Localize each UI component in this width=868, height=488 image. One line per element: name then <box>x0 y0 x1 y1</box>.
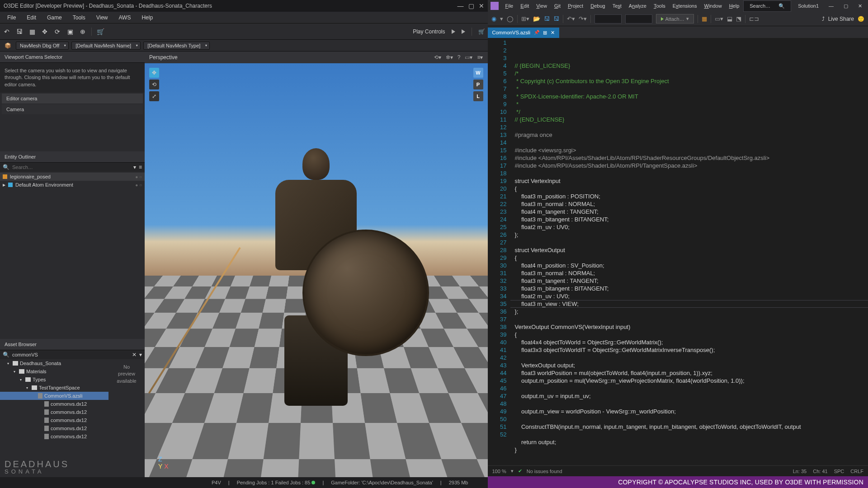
attach-button[interactable]: Attach…▾ <box>656 14 694 23</box>
platform-dropdown[interactable] <box>625 14 652 23</box>
menu-tools[interactable]: Tools <box>68 13 90 23</box>
undo-icon[interactable]: ↶▾ <box>567 15 575 22</box>
cart2-icon[interactable]: 🛒 <box>478 28 485 35</box>
pin-icon[interactable]: 📌 <box>534 30 539 36</box>
save-icon[interactable]: 🖫 <box>15 28 24 36</box>
gear-icon[interactable]: ✲▾ <box>446 54 453 61</box>
redo-icon[interactable]: ↷▾ <box>579 15 587 22</box>
vs-maximize-icon[interactable]: ▢ <box>840 2 851 10</box>
asset-browser-tab[interactable]: Asset Browser <box>0 339 145 350</box>
close-icon[interactable]: ✕ <box>479 2 484 9</box>
navmesh-dbg-dropdown[interactable]: NavMesh Dbg Off <box>16 42 69 50</box>
rotate-toggle[interactable]: ⟲ <box>149 80 159 89</box>
menu-help[interactable]: Help <box>137 13 157 23</box>
tb-icon2[interactable]: ▭▾ <box>715 15 723 22</box>
outliner-item-environment[interactable]: ▶ Default Atom Environment ● ○ <box>0 181 145 189</box>
help-icon[interactable]: ? <box>458 54 461 61</box>
expand-icon[interactable]: ▶ <box>3 183 5 187</box>
outliner-item-legionnaire[interactable]: legionnaire_posed ● ○ <box>0 173 145 181</box>
vs-minimize-icon[interactable]: — <box>826 2 837 10</box>
solution-label[interactable]: Solution1 <box>795 2 822 10</box>
asset-tree-row[interactable]: ▾Materials <box>0 367 108 375</box>
asset-tree-row[interactable]: ▾TestTangentSpace <box>0 384 108 392</box>
feedback-icon[interactable]: 🙂 <box>858 16 864 22</box>
minimize-icon[interactable]: — <box>458 2 464 9</box>
vs-editor[interactable]: 1234567891011121314151617181920212223242… <box>488 38 868 465</box>
asset-search-input[interactable] <box>12 352 129 357</box>
asset-tree-row[interactable]: CommonVS.azsli <box>0 392 108 400</box>
zoom-label[interactable]: 100 % <box>492 469 506 474</box>
live-share-icon[interactable]: ⤴ <box>822 16 825 22</box>
filter-icon[interactable]: ▾ <box>139 352 142 358</box>
nav-fwd-icon[interactable]: ◯ <box>507 15 514 22</box>
camera-item-editor[interactable]: Editor camera <box>2 94 143 103</box>
config-dropdown[interactable] <box>594 14 622 23</box>
sort-icon[interactable]: ≡ <box>139 164 142 170</box>
visibility-icon[interactable]: ● ○ <box>135 174 142 179</box>
vs-menu-tools[interactable]: Tools <box>651 2 669 10</box>
vs-menu-git[interactable]: Git <box>551 2 564 10</box>
code-area[interactable]: // {BEGIN_LICENSE}/* * Copyright (c) Con… <box>510 38 868 465</box>
new-icon[interactable]: ⊞▾ <box>521 15 529 22</box>
asset-tree-row[interactable]: commonvs.dx12 <box>0 400 108 408</box>
save-icon[interactable]: 🖫 <box>544 15 550 22</box>
navmesh-type-dropdown[interactable]: [Default NavMesh Type] <box>143 42 210 50</box>
dropdown-icon[interactable]: 📦 <box>3 42 13 49</box>
tb-icon1[interactable]: ▦ <box>702 15 707 22</box>
navmesh-name-dropdown[interactable]: [Default NavMesh Name] <box>71 42 141 50</box>
menu-view[interactable]: View <box>92 13 113 23</box>
vs-close-icon[interactable]: ✕ <box>855 2 865 10</box>
tb-icon3[interactable]: ⬓ <box>727 15 732 22</box>
vs-menu-debug[interactable]: Debug <box>587 2 608 10</box>
visibility-icon[interactable]: ● ○ <box>135 183 142 188</box>
camera-selector-tab[interactable]: Viewport Camera Selector <box>0 52 145 63</box>
axis-w-button[interactable]: W <box>473 68 483 78</box>
select-icon[interactable]: ▦ <box>28 28 36 36</box>
asset-tree-row[interactable]: commonvs.dx12 <box>0 416 108 424</box>
asset-tree-row[interactable]: commonvs.dx12 <box>0 408 108 416</box>
vs-menu-view[interactable]: View <box>533 2 550 10</box>
camera-icon[interactable]: ⟲▾ <box>434 54 441 61</box>
scale-icon[interactable]: ▣ <box>66 28 74 36</box>
vs-menu-test[interactable]: Test <box>609 2 625 10</box>
snap-toggle[interactable]: ✥ <box>149 68 159 78</box>
vs-menu-window[interactable]: Window <box>701 2 725 10</box>
entity-outliner-tab[interactable]: Entity Outliner <box>0 151 145 163</box>
vs-search[interactable]: Search…🔍 <box>743 0 791 12</box>
menu-icon[interactable]: ≡▾ <box>477 54 483 61</box>
asset-tree-row[interactable]: ▾Types <box>0 375 108 384</box>
tab-extra-icon[interactable]: ⊞ <box>543 30 547 36</box>
tab-close-icon[interactable]: ✕ <box>551 30 555 36</box>
live-share-label[interactable]: Live Share <box>828 16 854 22</box>
save-all-icon[interactable]: 🖫 <box>553 15 559 22</box>
vs-menu-analyze[interactable]: Analyze <box>626 2 650 10</box>
rotate-icon[interactable]: ⟳ <box>53 28 61 36</box>
asset-tree-row[interactable]: commonvs.dx12 <box>0 424 108 432</box>
asset-tree-row[interactable]: commonvs.dx12 <box>0 432 108 441</box>
scale-toggle[interactable]: ⤢ <box>149 91 159 101</box>
vs-menu-edit[interactable]: Edit <box>517 2 532 10</box>
display-icon[interactable]: ▭▾ <box>465 54 472 61</box>
vs-menu-extensions[interactable]: Extensions <box>670 2 700 10</box>
play-next-button[interactable] <box>462 29 465 34</box>
viewport-canvas[interactable]: ✥ ⟲ ⤢ W P L Z YX <box>145 63 488 488</box>
vs-menu-project[interactable]: Project <box>565 2 586 10</box>
menu-game[interactable]: Game <box>42 13 66 23</box>
move-icon[interactable]: ✥ <box>41 28 49 36</box>
menu-aws[interactable]: AWS <box>114 13 136 23</box>
menu-file[interactable]: File <box>3 13 20 23</box>
open-icon[interactable]: 📂 <box>533 15 540 22</box>
asset-tree-row[interactable]: ▾Deadhaus_Sonata <box>0 359 108 367</box>
play-button[interactable] <box>452 29 455 34</box>
vs-menu-help[interactable]: Help <box>726 2 743 10</box>
camera-item-camera[interactable]: Camera <box>2 104 143 114</box>
nav-back-icon[interactable]: ◉ <box>491 15 496 22</box>
menu-edit[interactable]: Edit <box>22 13 41 23</box>
file-tab[interactable]: CommonVS.azsli 📌 ⊞ ✕ <box>488 28 559 38</box>
undo-icon[interactable]: ↶ <box>3 28 11 36</box>
cart-icon[interactable]: 🛒 <box>96 28 104 36</box>
outliner-search-input[interactable] <box>12 164 131 170</box>
vs-menu-file[interactable]: File <box>502 2 517 10</box>
maximize-icon[interactable]: ▢ <box>468 2 474 9</box>
filter-icon[interactable]: ▾ <box>133 164 136 170</box>
